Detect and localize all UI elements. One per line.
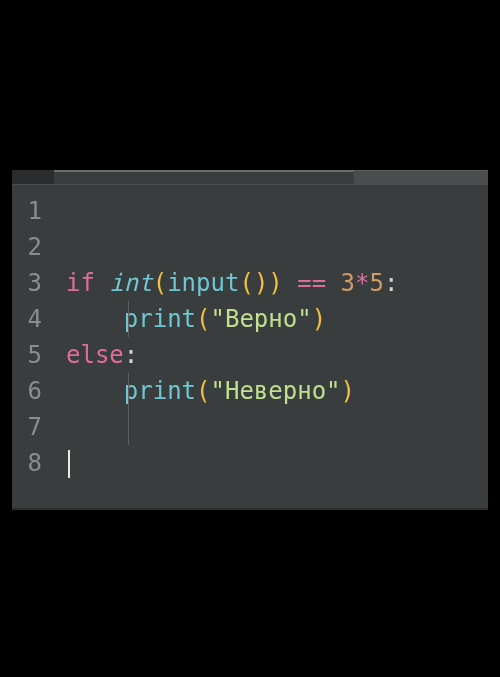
code-line-4: print("Верно"): [66, 301, 488, 337]
paren: (: [239, 269, 253, 297]
code-line-1: [66, 193, 488, 229]
indent-guide: [128, 301, 129, 337]
keyword-else: else: [66, 341, 124, 369]
code-line-2: [66, 229, 488, 265]
string-literal: "Неверно": [211, 377, 341, 405]
string-literal: "Верно": [211, 305, 312, 333]
line-number: 3: [12, 265, 54, 301]
paren: (: [196, 377, 210, 405]
builtin-int: int: [109, 269, 152, 297]
code-editor: 1 2 3 4 5 6 7 8 if int(input()) == 3*5: …: [12, 170, 488, 510]
code-area[interactable]: if int(input()) == 3*5: print("Верно") e…: [54, 185, 488, 508]
number: 5: [369, 269, 383, 297]
number: 3: [341, 269, 355, 297]
code-line-8: [66, 445, 488, 481]
code-line-5: else:: [66, 337, 488, 373]
tab-spacer: [12, 170, 54, 184]
line-number: 8: [12, 445, 54, 481]
line-number: 1: [12, 193, 54, 229]
editor-body: 1 2 3 4 5 6 7 8 if int(input()) == 3*5: …: [12, 184, 488, 508]
text-cursor: [68, 450, 70, 478]
colon: :: [384, 269, 398, 297]
line-number: 6: [12, 373, 54, 409]
paren: ): [254, 269, 268, 297]
tab-inactive[interactable]: [354, 170, 488, 184]
line-number: 4: [12, 301, 54, 337]
builtin-input: input: [167, 269, 239, 297]
line-number: 5: [12, 337, 54, 373]
colon: :: [124, 341, 138, 369]
code-line-6: print("Неверно"): [66, 373, 488, 409]
paren: ): [268, 269, 282, 297]
paren: (: [196, 305, 210, 333]
line-number: 2: [12, 229, 54, 265]
operator-eq: ==: [283, 269, 341, 297]
line-number-gutter: 1 2 3 4 5 6 7 8: [12, 185, 54, 508]
tab-bar: [12, 170, 488, 184]
operator-star: *: [355, 269, 369, 297]
keyword-if: if: [66, 269, 95, 297]
tab-active[interactable]: [54, 170, 354, 184]
code-line-7: [66, 409, 488, 445]
indent-guide: [128, 373, 129, 409]
builtin-print: print: [124, 377, 196, 405]
line-number: 7: [12, 409, 54, 445]
code-line-3: if int(input()) == 3*5:: [66, 265, 488, 301]
builtin-print: print: [124, 305, 196, 333]
indent-guide: [128, 409, 129, 445]
editor-bottom-border: [12, 508, 488, 510]
paren: ): [341, 377, 355, 405]
paren: (: [153, 269, 167, 297]
paren: ): [312, 305, 326, 333]
